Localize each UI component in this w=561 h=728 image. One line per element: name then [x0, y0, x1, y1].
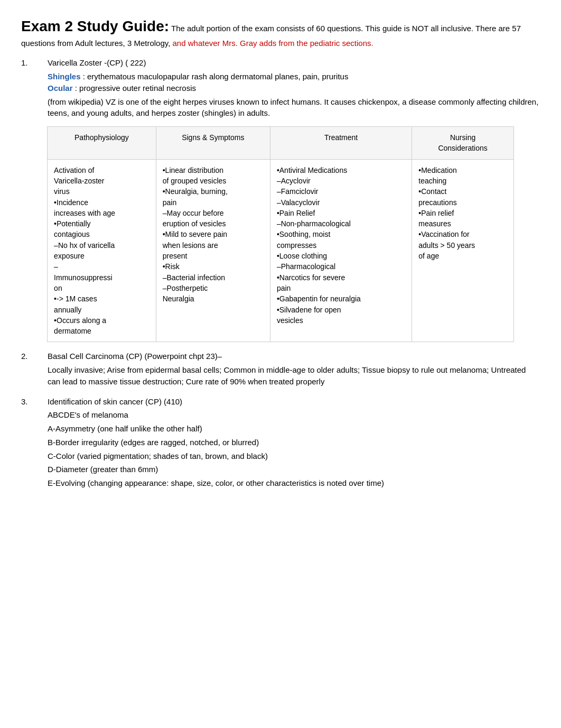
item-2-title: Basal Cell Carcinoma (CP) (Powerpoint ch… — [48, 351, 540, 362]
ocular-text: : progressive outer retinal necrosis — [73, 84, 196, 93]
abcde-intro: ABCDE's of melanoma — [48, 409, 540, 421]
abcde-e: E-Evolving (changing appearance: shape, … — [48, 477, 540, 489]
abcde-d: D-Diameter (greater than 6mm) — [48, 464, 540, 475]
item-1-content: Varicella Zoster -(CP) ( 222) Shingles :… — [48, 57, 540, 119]
varicella-table: Pathophysiology Signs & Symptoms Treatme… — [47, 126, 514, 342]
abcde-c: C-Color (varied pigmentation; shades of … — [48, 450, 540, 462]
item-3-number: 3. — [21, 396, 37, 489]
item-1-ocular: Ocular : progressive outer retinal necro… — [48, 82, 540, 94]
item-3-body-lines: ABCDE's of melanoma A-Asymmetry (one hal… — [48, 409, 540, 489]
item-1-shingles: Shingles : erythematous maculopapular ra… — [48, 71, 540, 82]
cell-nursing: •Medication teaching •Contact precaution… — [412, 159, 514, 342]
header-line: Exam 2 Study Guide: The adult portion of… — [21, 16, 540, 49]
col-signs-symptoms: Signs & Symptoms — [156, 127, 270, 160]
item-2-body: Locally invasive; Arise from epidermal b… — [48, 364, 540, 388]
ocular-label: Ocular — [48, 84, 73, 93]
item-3: 3. Identification of skin cancer (CP) (4… — [21, 396, 540, 489]
item-2: 2. Basal Cell Carcinoma (CP) (Powerpoint… — [21, 351, 540, 387]
item-1-number: 1. — [21, 57, 37, 119]
item-3-title: Identification of skin cancer (CP) (410) — [48, 396, 540, 408]
shingles-text: : erythematous maculopapular rash along … — [81, 72, 349, 81]
col-nursing: NursingConsiderations — [412, 127, 514, 160]
abcde-b: B-Border irregularity (edges are ragged,… — [48, 437, 540, 448]
abcde-a: A-Asymmetry (one half unlike the other h… — [48, 423, 540, 435]
item-2-content: Basal Cell Carcinoma (CP) (Powerpoint ch… — [48, 351, 540, 387]
col-treatment: Treatment — [270, 127, 412, 160]
col-pathophysiology: Pathophysiology — [48, 127, 156, 160]
shingles-label: Shingles — [48, 72, 81, 81]
header-red-text: and whatever Mrs. Gray adds from the ped… — [173, 39, 373, 48]
item-1-title: Varicella Zoster -(CP) ( 222) — [48, 57, 540, 69]
item-1: 1. Varicella Zoster -(CP) ( 222) Shingle… — [21, 57, 540, 119]
cell-pathophysiology: Activation of Varicella-zoster virus •In… — [48, 159, 156, 342]
item-3-content: Identification of skin cancer (CP) (410)… — [48, 396, 540, 489]
page-title: Exam 2 Study Guide: — [21, 18, 169, 34]
cell-signs-symptoms: •Linear distribution of grouped vesicles… — [156, 159, 270, 342]
item-1-body: (from wikipedia) VZ is one of the eight … — [48, 96, 540, 119]
cell-treatment: •Antiviral Medications –Acyclovir –Famci… — [270, 159, 412, 342]
item-2-number: 2. — [21, 351, 37, 387]
